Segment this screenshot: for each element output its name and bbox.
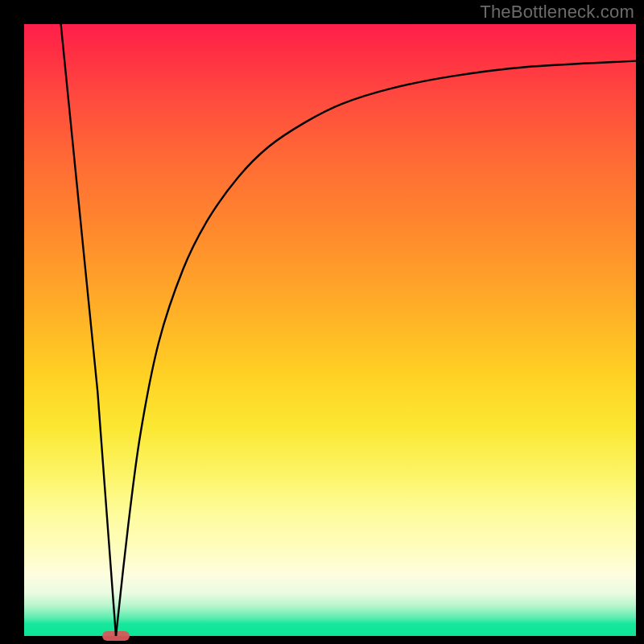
curve-layer: [24, 24, 636, 636]
chart-frame: TheBottleneck.com: [0, 0, 644, 644]
curve-right-branch: [116, 61, 636, 636]
curve-left-branch: [61, 24, 116, 636]
watermark-text: TheBottleneck.com: [480, 2, 634, 23]
